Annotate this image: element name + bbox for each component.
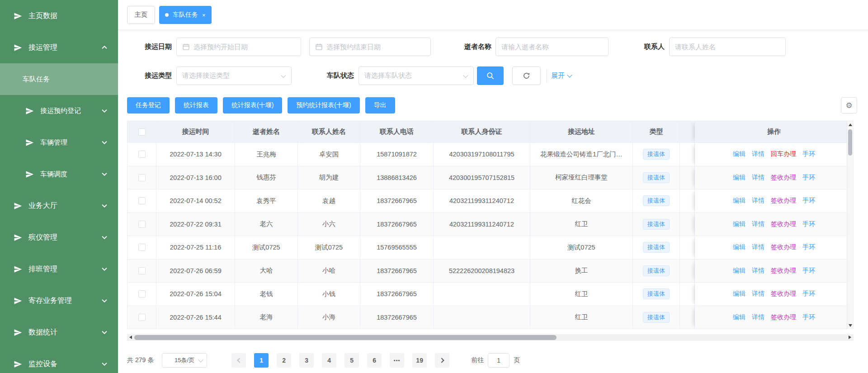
horizontal-scrollbar[interactable] [127, 334, 854, 341]
wristband-link[interactable]: 手环 [802, 290, 815, 298]
row-checkbox[interactable] [138, 290, 146, 297]
detail-link[interactable]: 详情 [752, 150, 764, 158]
date-start-input[interactable] [176, 38, 301, 56]
chevron-down-icon [102, 329, 107, 334]
sidebar-item-funeral-mgmt[interactable]: 殡仪管理 [0, 222, 118, 253]
tab-fleet-tasks[interactable]: 车队任务 × [159, 6, 212, 24]
row-checkbox[interactable] [138, 244, 146, 251]
sidebar-item-monitoring-devices[interactable]: 监控设备 [0, 348, 118, 373]
edit-link[interactable]: 编辑 [733, 313, 745, 321]
cell-actions: 编辑 详情 签收办理 手环 [695, 213, 853, 236]
row-checkbox[interactable] [138, 174, 146, 181]
more-pages-button[interactable]: ••• [390, 353, 404, 368]
scroll-up-arrow-icon[interactable] [849, 123, 852, 126]
date-end-input[interactable] [309, 38, 431, 56]
row-checkbox[interactable] [138, 151, 146, 158]
contact-input[interactable] [669, 38, 786, 56]
pickup-date-label: 接运日期 [118, 42, 172, 51]
type-badge: 接遗体 [643, 312, 670, 323]
wristband-link[interactable]: 手环 [802, 197, 815, 205]
sign-process-link[interactable]: 签收办理 [771, 243, 796, 251]
sign-process-link[interactable]: 签收办理 [771, 220, 796, 228]
pickup-type-select[interactable]: 请选择接运类型 [176, 66, 292, 85]
cell-pickup-time: 2022-07-13 14:30 [156, 143, 235, 166]
edit-link[interactable]: 编辑 [733, 267, 745, 275]
deceased-name-input[interactable] [495, 38, 609, 56]
close-icon[interactable]: × [202, 12, 206, 18]
sign-process-link[interactable]: 签收办理 [771, 197, 796, 205]
sign-process-link[interactable]: 签收办理 [771, 174, 796, 182]
wristband-link[interactable]: 手环 [802, 150, 815, 158]
sidebar-item-home-data[interactable]: 主页数据 [0, 0, 118, 32]
export-button[interactable]: 导出 [365, 97, 395, 113]
page-button-3[interactable]: 3 [299, 353, 314, 368]
detail-link[interactable]: 详情 [752, 243, 764, 251]
sign-process-link[interactable]: 签收办理 [771, 313, 796, 321]
sidebar-item-transport-mgmt[interactable]: 接运管理 [0, 32, 118, 63]
horizontal-scrollbar-thumb[interactable] [134, 335, 557, 340]
next-page-button[interactable] [435, 353, 449, 368]
page-size-select[interactable]: 15条/页 [162, 353, 207, 368]
fleet-status-select[interactable]: 请选择车队状态 [359, 66, 474, 85]
settings-button[interactable]: ⚙ [841, 97, 857, 113]
stats-report-button[interactable]: 统计报表 [175, 97, 217, 113]
paper-plane-icon [14, 265, 22, 274]
sidebar-item-vehicle-mgmt[interactable]: 车辆管理 [0, 127, 118, 158]
tab-bar: 主页 车队任务 × [118, 0, 868, 30]
wristband-link[interactable]: 手环 [802, 174, 815, 182]
stats-report-shiyan-button[interactable]: 统计报表(十堰) [223, 97, 282, 113]
edit-link[interactable]: 编辑 [733, 174, 745, 182]
page-button-19[interactable]: 19 [412, 353, 427, 368]
page-button-6[interactable]: 6 [367, 353, 382, 368]
sidebar-item-business-hall[interactable]: 业务大厅 [0, 190, 118, 222]
vertical-scrollbar-thumb[interactable] [848, 129, 852, 156]
sidebar-item-vehicle-dispatch[interactable]: 车辆调度 [0, 158, 118, 190]
goto-page-input[interactable] [488, 353, 509, 368]
row-checkbox[interactable] [138, 197, 146, 204]
detail-link[interactable]: 详情 [752, 267, 764, 275]
detail-link[interactable]: 详情 [752, 174, 764, 182]
row-checkbox[interactable] [138, 267, 146, 274]
scroll-left-arrow-icon[interactable] [129, 335, 132, 339]
detail-link[interactable]: 详情 [752, 220, 764, 228]
scroll-right-arrow-icon[interactable] [849, 335, 851, 339]
return-process-link[interactable]: 回车办理 [771, 150, 796, 158]
page-button-1[interactable]: 1 [254, 353, 269, 368]
edit-link[interactable]: 编辑 [733, 197, 745, 205]
task-register-button[interactable]: 任务登记 [127, 97, 170, 113]
page-button-2[interactable]: 2 [277, 353, 291, 368]
vertical-scrollbar[interactable] [847, 121, 853, 329]
row-checkbox[interactable] [138, 314, 146, 321]
detail-link[interactable]: 详情 [752, 290, 764, 298]
refresh-button[interactable] [512, 66, 541, 85]
reservation-stats-report-shiyan-button[interactable]: 预约统计报表(十堰) [288, 97, 359, 113]
tab-home[interactable]: 主页 [127, 6, 155, 24]
page-button-5[interactable]: 5 [344, 353, 359, 368]
expand-toggle[interactable]: 展开 [551, 71, 571, 80]
edit-link[interactable]: 编辑 [733, 243, 745, 251]
wristband-link[interactable]: 手环 [802, 243, 815, 251]
page-button-4[interactable]: 4 [322, 353, 336, 368]
cell-deceased-name: 王兆梅 [235, 143, 298, 166]
edit-link[interactable]: 编辑 [733, 150, 745, 158]
sidebar-item-fleet-tasks[interactable]: 车队任务 [0, 63, 118, 95]
sidebar-item-reservation-register[interactable]: 接运预约登记 [0, 95, 118, 127]
prev-page-button[interactable] [231, 353, 246, 368]
edit-link[interactable]: 编辑 [733, 220, 745, 228]
wristband-link[interactable]: 手环 [802, 267, 815, 275]
sidebar-item-data-statistics[interactable]: 数据统计 [0, 316, 118, 348]
scroll-down-arrow-icon[interactable] [849, 324, 852, 327]
wristband-link[interactable]: 手环 [802, 220, 815, 228]
cell-spacer [680, 189, 695, 213]
row-checkbox[interactable] [138, 221, 146, 228]
detail-link[interactable]: 详情 [752, 313, 764, 321]
edit-link[interactable]: 编辑 [733, 290, 745, 298]
detail-link[interactable]: 详情 [752, 197, 764, 205]
sign-process-link[interactable]: 签收办理 [771, 290, 796, 298]
wristband-link[interactable]: 手环 [802, 313, 815, 321]
select-all-checkbox[interactable] [138, 128, 146, 136]
sidebar-item-shift-mgmt[interactable]: 排班管理 [0, 253, 118, 285]
sign-process-link[interactable]: 签收办理 [771, 267, 796, 275]
sidebar-item-storage-mgmt[interactable]: 寄存业务管理 [0, 285, 118, 316]
search-button[interactable] [477, 66, 504, 85]
